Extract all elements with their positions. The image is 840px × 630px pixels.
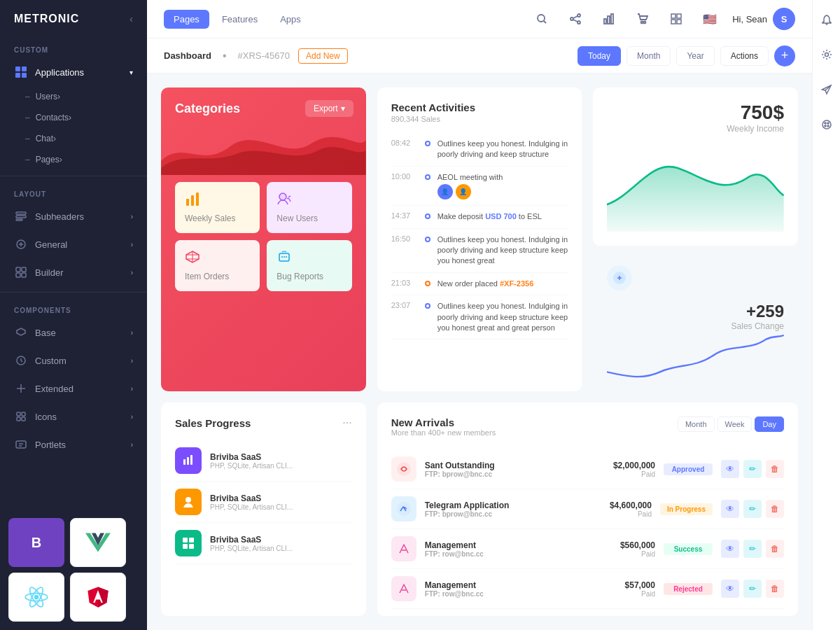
sidebar-item-portlets[interactable]: Portlets ›	[0, 430, 147, 458]
svg-rect-37	[671, 14, 676, 18]
view-button-1[interactable]: 👁	[721, 460, 739, 478]
logo-text: METRONIC	[14, 13, 79, 25]
year-button[interactable]: Year	[676, 46, 714, 66]
view-button-2[interactable]: 👁	[721, 500, 739, 518]
sidebar-collapse-icon[interactable]: ‹	[130, 13, 133, 24]
grid-icon[interactable]	[665, 8, 687, 30]
month-button[interactable]: Month	[626, 46, 671, 66]
arrival-info-3: Management FTP: row@bnc.cc	[425, 540, 584, 558]
applications-chevron: ▾	[130, 69, 133, 76]
edit-button-3[interactable]: ✏	[743, 540, 762, 558]
sidebar-item-applications[interactable]: Applications ▾	[0, 58, 147, 86]
sidebar-item-subheaders[interactable]: Subheaders ›	[0, 202, 147, 230]
svg-point-48	[286, 256, 287, 258]
tab-pages[interactable]: Pages	[164, 10, 209, 29]
send-icon[interactable]	[816, 78, 838, 101]
bug-reports-label: Bug Reports	[276, 272, 342, 281]
export-button[interactable]: Export ▾	[305, 100, 354, 117]
svg-point-35	[641, 22, 643, 24]
sales-progress-card: Sales Progress ··· Briviba SaaS PHP, SQL…	[161, 402, 366, 616]
notification-icon[interactable]	[816, 8, 838, 31]
add-new-button[interactable]: Add New	[298, 48, 348, 64]
actions-button[interactable]: Actions	[720, 46, 769, 66]
view-button-4[interactable]: 👁	[721, 580, 739, 598]
item-orders-card[interactable]: Item Orders	[175, 240, 260, 291]
weekly-sales-card[interactable]: Weekly Sales	[175, 182, 260, 233]
sidebar-item-chat[interactable]: – Chat ›	[0, 128, 147, 149]
week-tab[interactable]: Week	[718, 416, 752, 432]
user-avatar[interactable]: S	[773, 8, 795, 30]
sales-change-card: +259 Sales Change	[593, 254, 798, 391]
cart-icon[interactable]	[631, 8, 654, 30]
flag-icon[interactable]: 🇺🇸	[699, 8, 721, 30]
sales-progress-header: Sales Progress ···	[175, 416, 352, 429]
user-greeting[interactable]: Hi, Sean S	[732, 8, 795, 30]
sidebar-item-users[interactable]: – Users ›	[0, 86, 147, 107]
activity-time: 21:03	[391, 279, 418, 287]
sidebar-item-general[interactable]: General ›	[0, 230, 147, 258]
svg-point-36	[644, 22, 646, 24]
sales-chart	[607, 331, 784, 380]
activity-text: AEOL meeting with 👤 👤	[438, 172, 568, 200]
delete-button-4[interactable]: 🗑	[766, 580, 784, 598]
edit-button-4[interactable]: ✏	[743, 580, 762, 598]
react-logo[interactable]	[8, 573, 64, 622]
activity-dot	[425, 303, 430, 309]
svg-rect-34	[611, 14, 613, 24]
categories-card: Categories Export ▾ Weekly Sales	[161, 88, 366, 391]
vue-logo[interactable]	[70, 518, 126, 567]
avatar-2: 👤	[456, 184, 471, 200]
activity-time: 14:37	[391, 211, 418, 220]
share-icon[interactable]	[564, 8, 587, 30]
edit-button-1[interactable]: ✏	[743, 460, 762, 478]
svg-rect-3	[22, 73, 27, 78]
progress-info-2: Briviba SaaS PHP, SQLite, Artisan CLI...	[210, 493, 352, 511]
income-label: Weekly Income	[607, 124, 784, 134]
palette-icon[interactable]	[816, 113, 838, 136]
arrival-info-2: Telegram Application FTP: bprow@bnc.cc	[425, 500, 580, 518]
bootstrap-logo[interactable]: B	[8, 518, 64, 567]
tab-apps[interactable]: Apps	[270, 10, 311, 29]
activity-item: 23:07 Outlines keep you honest. Indulgin…	[391, 295, 568, 340]
more-options[interactable]: ···	[342, 416, 351, 429]
view-button-3[interactable]: 👁	[721, 540, 739, 558]
sidebar-item-extended[interactable]: Extended ›	[0, 374, 147, 402]
svg-rect-15	[17, 417, 20, 421]
tab-features[interactable]: Features	[212, 10, 267, 29]
delete-button-1[interactable]: 🗑	[766, 460, 784, 478]
svg-rect-50	[183, 459, 186, 465]
delete-button-2[interactable]: 🗑	[766, 500, 784, 518]
new-users-card[interactable]: New Users	[267, 182, 351, 233]
add-button[interactable]: +	[774, 46, 795, 66]
top-navigation: Pages Features Apps 🇺🇸 Hi, Sean	[147, 0, 812, 38]
sidebar-item-builder[interactable]: Builder ›	[0, 258, 147, 286]
today-button[interactable]: Today	[578, 46, 621, 66]
progress-item: Briviba SaaS PHP, SQLite, Artisan CLI...	[175, 523, 352, 564]
activity-item: 14:37 Make deposit USD 700 to ESL	[391, 206, 568, 228]
chart-icon[interactable]	[598, 8, 620, 30]
activities-card: Recent Activities 890,344 Sales 08:42 Ou…	[377, 88, 582, 391]
sidebar-item-contacts[interactable]: – Contacts ›	[0, 107, 147, 128]
activity-time: 08:42	[391, 139, 418, 147]
search-icon[interactable]	[531, 8, 553, 30]
sidebar-item-icons[interactable]: Icons ›	[0, 402, 147, 430]
topnav-icons: 🇺🇸 Hi, Sean S	[531, 8, 795, 30]
portlets-icon	[14, 438, 28, 451]
status-badge-4: Rejected	[664, 583, 713, 595]
settings-icon[interactable]	[816, 43, 838, 66]
svg-point-58	[397, 462, 411, 476]
applications-icon	[14, 65, 28, 79]
sidebar-item-base[interactable]: Base ›	[0, 318, 147, 346]
delete-button-3[interactable]: 🗑	[766, 540, 784, 558]
edit-button-2[interactable]: ✏	[743, 500, 762, 518]
svg-point-66	[825, 125, 826, 127]
activities-subtitle: 890,344 Sales	[391, 115, 568, 123]
item-orders-icon	[185, 250, 250, 267]
day-tab[interactable]: Day	[755, 416, 784, 432]
sidebar-item-custom[interactable]: Custom ›	[0, 346, 147, 374]
icons-icon	[14, 410, 28, 424]
sidebar-item-pages[interactable]: – Pages ›	[0, 149, 147, 170]
bug-reports-card[interactable]: Bug Reports	[267, 240, 351, 291]
angular-logo[interactable]	[70, 573, 126, 622]
month-tab[interactable]: Month	[678, 416, 715, 432]
